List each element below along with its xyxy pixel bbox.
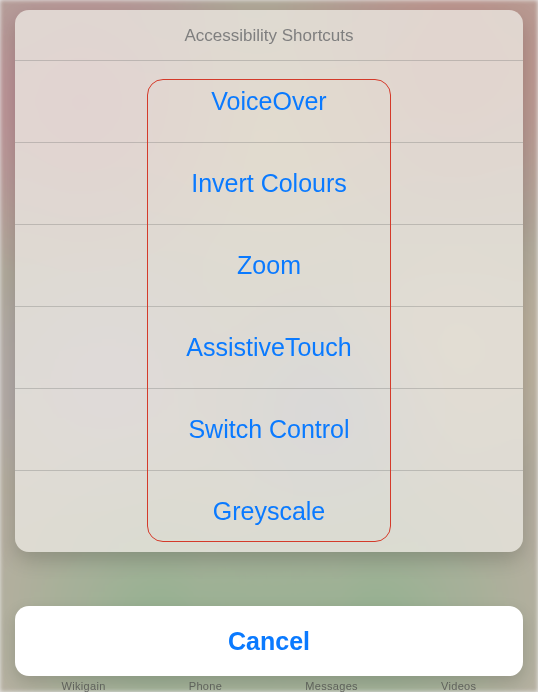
sheet-title: Accessibility Shortcuts — [15, 10, 523, 60]
dock-label: Videos — [441, 680, 476, 692]
option-label: AssistiveTouch — [186, 333, 351, 362]
action-sheet: Accessibility Shortcuts VoiceOver Invert… — [15, 10, 523, 552]
option-greyscale[interactable]: Greyscale — [15, 470, 523, 552]
option-label: Greyscale — [213, 497, 326, 526]
dock-label: Wikigain — [62, 680, 106, 692]
option-label: Switch Control — [188, 415, 349, 444]
dock-app-labels: Wikigain Phone Messages Videos — [0, 680, 538, 692]
dock-label: Phone — [189, 680, 222, 692]
option-invert-colours[interactable]: Invert Colours — [15, 142, 523, 224]
option-label: Zoom — [237, 251, 301, 280]
option-label: Invert Colours — [191, 169, 347, 198]
cancel-button[interactable]: Cancel — [15, 606, 523, 676]
dock-label: Messages — [305, 680, 358, 692]
option-switch-control[interactable]: Switch Control — [15, 388, 523, 470]
option-voiceover[interactable]: VoiceOver — [15, 60, 523, 142]
cancel-label: Cancel — [228, 627, 310, 656]
option-zoom[interactable]: Zoom — [15, 224, 523, 306]
option-assistivetouch[interactable]: AssistiveTouch — [15, 306, 523, 388]
option-label: VoiceOver — [211, 87, 326, 116]
